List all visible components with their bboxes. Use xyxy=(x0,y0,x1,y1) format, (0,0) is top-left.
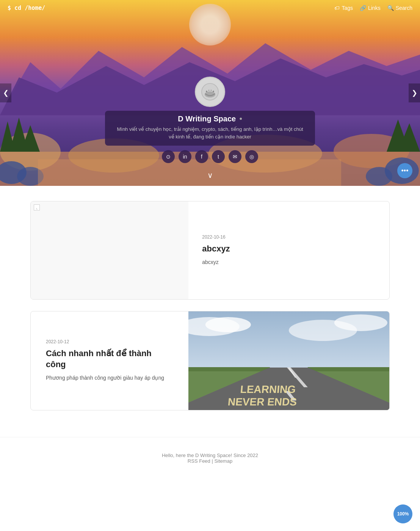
avatar xyxy=(195,77,225,107)
hero-prev-button[interactable]: ❮ xyxy=(0,83,11,102)
svg-rect-16 xyxy=(38,159,341,186)
footer-tagline: Hello, here the D Writing Space! Since 2… xyxy=(8,452,412,458)
post-card-2[interactable]: 2022-10-12 Cách nhanh nhất để thành công… xyxy=(30,311,390,410)
facebook-link[interactable]: f xyxy=(195,150,208,163)
post-card-1[interactable]: ⌞ 2022-10-16 abcxyz abcxyz xyxy=(30,201,390,300)
main-content: ⌞ 2022-10-16 abcxyz abcxyz 2022-10-12 Cá… xyxy=(0,186,420,437)
broken-image-icon: ⌞ xyxy=(34,204,40,211)
svg-point-15 xyxy=(366,167,392,186)
rss-feed-link[interactable]: RSS Feed xyxy=(188,458,210,464)
svg-point-21 xyxy=(208,90,210,91)
search-icon: 🔍 xyxy=(387,5,394,11)
post-title-1[interactable]: abcxyz xyxy=(202,244,230,255)
nav-tags[interactable]: 🏷 Tags xyxy=(334,5,353,11)
hero-float-button[interactable]: ••• xyxy=(397,163,412,178)
post-excerpt-1: abcxyz xyxy=(202,258,230,266)
nav-links: 🏷 Tags 🔗 Links 🔍 Search xyxy=(334,5,412,11)
svg-point-25 xyxy=(205,317,251,332)
tag-icon: 🏷 xyxy=(334,5,340,11)
hero-next-button[interactable]: ❯ xyxy=(409,83,420,102)
post-title-2[interactable]: Cách nhanh nhất để thành công xyxy=(46,348,173,370)
svg-text:LEARNING: LEARNING xyxy=(240,383,296,395)
nav-search[interactable]: 🔍 Search xyxy=(387,5,412,11)
twitter-link[interactable]: t xyxy=(212,150,225,163)
profile-name-box: D Writing Space • Mình viết về chuyện họ… xyxy=(105,111,315,146)
site-title: D Writing Space • xyxy=(114,115,306,123)
svg-point-20 xyxy=(213,91,214,92)
social-links: ⊙ in f t ✉ ◎ xyxy=(105,150,315,163)
hero-section: $ cd /home/ 🏷 Tags 🔗 Links 🔍 Search xyxy=(0,0,420,186)
link-icon: 🔗 xyxy=(360,5,366,11)
post-date-2: 2022-10-12 xyxy=(46,339,173,344)
nav-logo[interactable]: $ cd /home/ xyxy=(8,5,45,11)
post-date-1: 2022-10-16 xyxy=(202,234,230,240)
linkedin-link[interactable]: in xyxy=(179,150,191,163)
footer: Hello, here the D Writing Space! Since 2… xyxy=(0,437,420,487)
sitemap-link[interactable]: Sitemap xyxy=(214,458,232,464)
profile-card: D Writing Space • Mình viết về chuyện họ… xyxy=(105,77,315,163)
post-content-2: 2022-10-12 Cách nhanh nhất để thành công… xyxy=(31,311,188,410)
post-excerpt-2: Phương pháp thành công người giàu hay áp… xyxy=(46,374,173,382)
svg-point-27 xyxy=(334,314,387,331)
post-content-1: 2022-10-16 abcxyz abcxyz xyxy=(188,201,243,299)
svg-point-19 xyxy=(206,91,207,92)
site-description: Mình viết về chuyện học, trải nghiệm, cr… xyxy=(114,126,306,140)
scroll-down-button[interactable]: ∨ xyxy=(207,171,213,180)
email-link[interactable]: ✉ xyxy=(229,150,241,163)
nav-links-item[interactable]: 🔗 Links xyxy=(360,5,381,11)
post-image-1: ⌞ xyxy=(31,201,188,299)
rss-link[interactable]: ◎ xyxy=(245,150,258,163)
svg-point-22 xyxy=(211,90,212,91)
nav-bar: $ cd /home/ 🏷 Tags 🔗 Links 🔍 Search xyxy=(0,0,420,16)
post-image-2: LEARNING NEVER ENDS xyxy=(188,311,389,410)
svg-text:NEVER ENDS: NEVER ENDS xyxy=(227,396,298,408)
footer-links: RSS Feed | Sitemap xyxy=(8,458,412,464)
github-link[interactable]: ⊙ xyxy=(162,150,175,163)
